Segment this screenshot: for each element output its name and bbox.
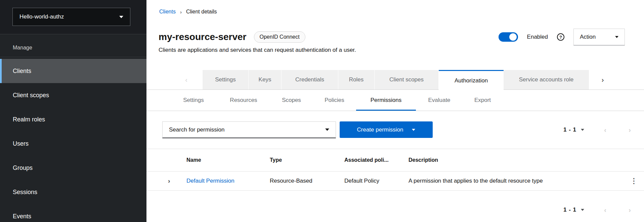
- client-tabs: ‹ Settings Keys Credentials Roles Client…: [146, 70, 644, 90]
- subtab-policies[interactable]: Policies: [313, 90, 356, 111]
- table-header-name: Name: [186, 157, 270, 163]
- pagination-bottom: 1 - 1 ‹ ›: [563, 201, 637, 218]
- tab-roles[interactable]: Roles: [338, 70, 375, 89]
- tabs-scroll-left-button[interactable]: ‹: [170, 70, 203, 89]
- chevron-left-icon: ‹: [604, 206, 606, 214]
- page-title: my-resource-server: [159, 30, 247, 44]
- breadcrumb-current: Client details: [186, 9, 217, 15]
- enabled-toggle[interactable]: [499, 32, 518, 42]
- sidebar-item-clients[interactable]: Clients: [0, 59, 146, 83]
- chevron-right-icon: ›: [602, 76, 604, 84]
- sidebar-item-events[interactable]: Events: [0, 204, 146, 222]
- tab-settings[interactable]: Settings: [203, 70, 249, 89]
- create-permission-button[interactable]: Create permission: [340, 121, 433, 138]
- sidebar-item-groups[interactable]: Groups: [0, 156, 146, 180]
- toggle-knob: [509, 33, 517, 41]
- tab-keys[interactable]: Keys: [249, 70, 282, 89]
- table-row: › Default Permission Resource-Based Defa…: [146, 172, 644, 191]
- sidebar: Hello-world-authz Manage Clients Client …: [0, 0, 146, 222]
- main-content: Clients › Client details my-resource-ser…: [146, 0, 644, 222]
- caret-down-icon: [581, 129, 584, 131]
- pagination-range: 1 - 1: [563, 207, 576, 213]
- tabs-scroll-right-button[interactable]: ›: [589, 70, 616, 89]
- sidebar-item-users[interactable]: Users: [0, 132, 146, 156]
- create-permission-label: Create permission: [357, 126, 403, 133]
- pagination-nav: ‹ ›: [598, 126, 637, 134]
- pagination-options-menu[interactable]: 1 - 1: [563, 207, 584, 213]
- sidebar-item-client-scopes[interactable]: Client scopes: [0, 83, 146, 107]
- permission-associated-policy-cell: Default Policy: [344, 178, 409, 184]
- pagination-range: 1 - 1: [563, 126, 576, 133]
- search-permission-placeholder: Search for permission: [169, 126, 224, 133]
- breadcrumb: Clients › Client details: [159, 9, 217, 15]
- action-dropdown-label: Action: [580, 34, 596, 40]
- page-description: Clients are applications and services th…: [159, 47, 356, 53]
- pagination-next-button[interactable]: ›: [622, 126, 637, 134]
- chevron-left-icon: ‹: [185, 76, 187, 84]
- pagination-options-menu[interactable]: 1 - 1: [563, 126, 584, 133]
- breadcrumb-clients-link[interactable]: Clients: [159, 9, 176, 15]
- breadcrumb-separator-icon: ›: [180, 9, 182, 15]
- tab-client-scopes[interactable]: Client scopes: [375, 70, 439, 89]
- pagination-nav: ‹ ›: [598, 206, 637, 214]
- chevron-right-icon: ›: [629, 126, 631, 134]
- pagination-top: 1 - 1 ‹ ›: [563, 121, 637, 138]
- page-header: my-resource-server OpenID Connect: [159, 30, 305, 44]
- subtab-scopes[interactable]: Scopes: [270, 90, 313, 111]
- pagination-prev-button[interactable]: ‹: [598, 126, 613, 134]
- subtab-export[interactable]: Export: [463, 90, 503, 111]
- sidebar-masthead: Hello-world-authz: [0, 0, 146, 34]
- tab-authorization[interactable]: Authorization: [439, 70, 504, 90]
- caret-down-icon: [325, 128, 329, 131]
- permission-type-cell: Resource-Based: [270, 178, 344, 184]
- row-kebab-menu-icon[interactable]: ⋮: [631, 177, 638, 185]
- header-controls: Enabled ? Action: [499, 29, 625, 45]
- table-header-description: Description: [409, 157, 624, 163]
- protocol-badge: OpenID Connect: [254, 31, 305, 43]
- tab-service-accounts-roles[interactable]: Service accounts role: [504, 70, 589, 89]
- table-header-associated-policy: Associated poli...: [344, 157, 409, 163]
- caret-down-icon: [615, 36, 618, 38]
- enabled-label: Enabled: [527, 34, 548, 40]
- sidebar-item-sessions[interactable]: Sessions: [0, 180, 146, 204]
- table-header-row: Name Type Associated poli... Description: [146, 149, 644, 172]
- table-header-type: Type: [270, 157, 344, 163]
- sidebar-item-realm-roles[interactable]: Realm roles: [0, 107, 146, 132]
- search-permission-select[interactable]: Search for permission: [162, 121, 336, 138]
- permission-name-link[interactable]: Default Permission: [186, 178, 234, 184]
- subtab-settings[interactable]: Settings: [170, 90, 217, 111]
- pagination-prev-button[interactable]: ‹: [598, 206, 613, 214]
- realm-selector-label: Hello-world-authz: [19, 13, 64, 20]
- action-dropdown[interactable]: Action: [573, 29, 625, 45]
- chevron-right-icon: ›: [629, 206, 631, 214]
- pagination-next-button[interactable]: ›: [622, 206, 637, 214]
- subtab-resources[interactable]: Resources: [217, 90, 270, 111]
- caret-down-icon: [119, 16, 123, 18]
- sidebar-nav: Clients Client scopes Realm roles Users …: [0, 57, 146, 222]
- subtab-permissions[interactable]: Permissions: [356, 90, 416, 111]
- caret-down-icon: [412, 129, 415, 131]
- permissions-table: Name Type Associated poli... Description…: [146, 149, 644, 191]
- realm-selector-dropdown[interactable]: Hello-world-authz: [12, 8, 130, 26]
- help-icon[interactable]: ?: [557, 33, 564, 41]
- row-expand-toggle[interactable]: ›: [168, 177, 170, 184]
- chevron-left-icon: ‹: [604, 126, 606, 134]
- sidebar-section-title: Manage: [0, 34, 146, 57]
- permission-description-cell: A permission that applies to the default…: [409, 178, 624, 184]
- authorization-subtabs: Settings Resources Scopes Policies Permi…: [146, 90, 644, 111]
- caret-down-icon: [581, 209, 584, 211]
- tab-credentials[interactable]: Credentials: [282, 70, 338, 89]
- subtab-evaluate[interactable]: Evaluate: [416, 90, 463, 111]
